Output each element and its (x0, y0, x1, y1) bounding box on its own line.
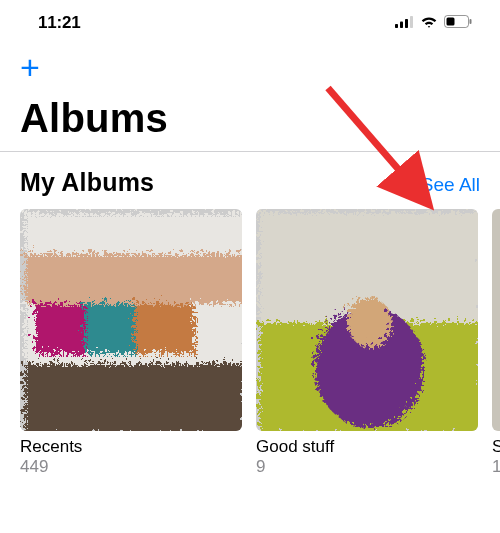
status-bar: 11:21 (0, 0, 500, 40)
svg-rect-2 (405, 19, 408, 28)
status-time: 11:21 (38, 13, 80, 33)
album-thumbnail (492, 209, 500, 431)
section-header: My Albums See All (0, 152, 500, 209)
section-title: My Albums (20, 168, 154, 197)
svg-rect-5 (447, 18, 455, 26)
svg-rect-6 (470, 19, 472, 24)
album-thumbnail (256, 209, 478, 431)
battery-icon (444, 14, 472, 32)
albums-scroll[interactable]: Recents 449 Good stuff 9 (0, 209, 500, 477)
album-count: 9 (256, 457, 478, 477)
see-all-link[interactable]: See All (421, 174, 480, 196)
album-thumbnail (20, 209, 242, 431)
svg-rect-10 (80, 299, 130, 349)
add-album-button[interactable]: + (20, 50, 40, 84)
album-item[interactable]: Good stuff 9 (256, 209, 478, 477)
cellular-icon (395, 14, 414, 32)
album-count: 449 (20, 457, 242, 477)
nav-bar: + (0, 40, 500, 84)
album-title: Recents (20, 437, 242, 457)
svg-rect-8 (20, 249, 242, 299)
album-item[interactable]: S 1 (492, 209, 500, 477)
album-title: S (492, 437, 500, 457)
album-count: 1 (492, 457, 500, 477)
svg-rect-12 (20, 359, 242, 431)
svg-rect-11 (130, 299, 190, 349)
svg-rect-9 (30, 299, 80, 349)
svg-rect-3 (410, 16, 413, 28)
album-item[interactable]: Recents 449 (20, 209, 242, 477)
svg-point-16 (344, 294, 388, 344)
album-title: Good stuff (256, 437, 478, 457)
wifi-icon (420, 14, 438, 32)
page-title: Albums (0, 84, 500, 151)
status-icons (395, 14, 472, 32)
svg-rect-0 (395, 24, 398, 28)
svg-rect-1 (400, 22, 403, 29)
